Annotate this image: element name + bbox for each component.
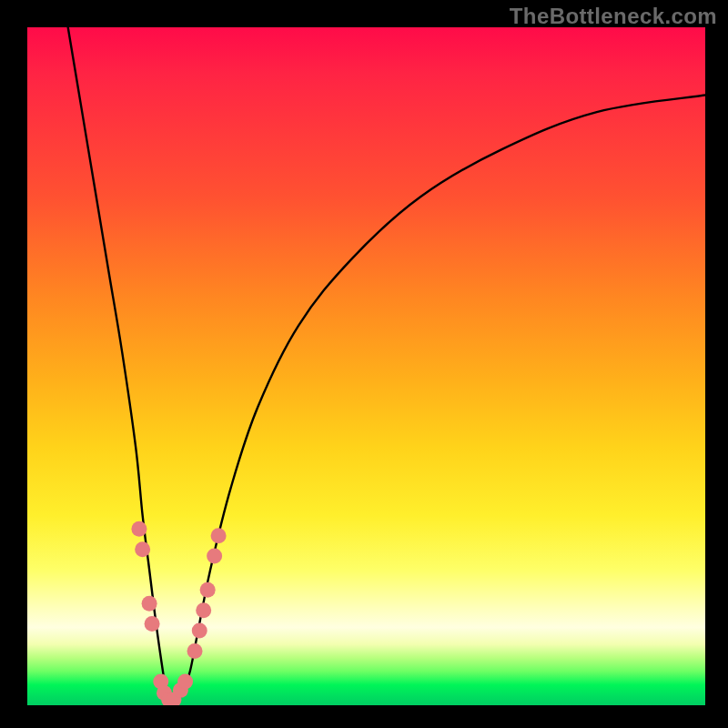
bead-marker	[192, 623, 207, 639]
bead-marker	[187, 643, 203, 659]
bead-marker	[131, 521, 147, 537]
chart-frame: TheBottleneck.com	[0, 0, 728, 728]
watermark-text: TheBottleneck.com	[510, 4, 717, 29]
bead-marker	[196, 602, 211, 618]
bead-marker	[135, 541, 150, 557]
bead-marker	[211, 528, 227, 543]
chart-svg	[27, 27, 705, 705]
bead-marker	[145, 616, 160, 632]
highlight-beads	[131, 521, 226, 705]
bead-marker	[200, 582, 216, 598]
bead-marker	[207, 549, 222, 564]
chart-plot-area	[27, 27, 705, 705]
bead-marker	[177, 673, 193, 689]
bead-marker	[142, 596, 157, 612]
bottleneck-curve	[68, 27, 705, 703]
